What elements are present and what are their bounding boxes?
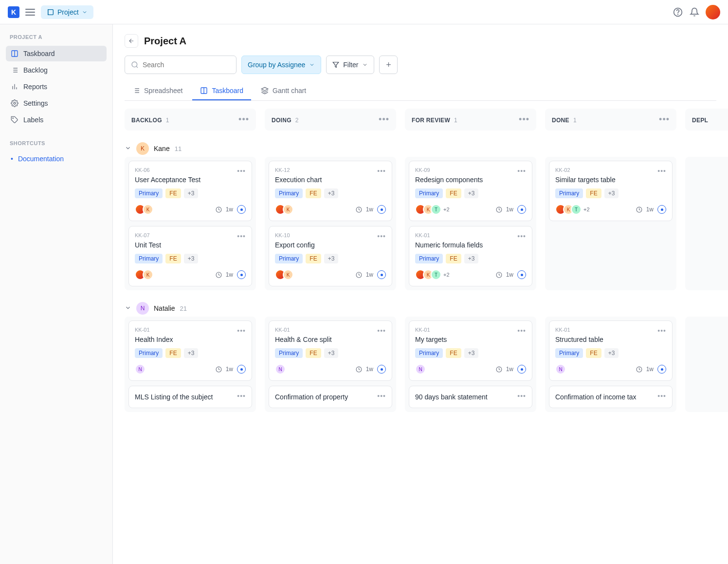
task-card[interactable]: KK-02 Similar targets table ••• PrimaryF… [549, 161, 673, 221]
card-tag[interactable]: +3 [604, 188, 619, 198]
card-status-toggle[interactable] [657, 205, 666, 214]
task-card[interactable]: KK-06 User Acceptance Test ••• PrimaryFE… [128, 161, 252, 221]
avatar[interactable]: K [143, 269, 153, 280]
card-tag[interactable]: Primary [275, 254, 303, 263]
bell-icon[interactable] [689, 7, 700, 18]
card-tag[interactable]: +3 [184, 348, 199, 358]
card-status-toggle[interactable] [517, 205, 526, 214]
column-menu[interactable]: ••• [519, 114, 529, 125]
card-menu[interactable]: ••• [657, 167, 666, 175]
avatar-more[interactable]: +2 [443, 272, 450, 278]
card-tag[interactable]: FE [446, 188, 461, 198]
avatar[interactable]: T [431, 204, 441, 215]
avatar[interactable]: N [555, 364, 566, 375]
back-button[interactable] [125, 34, 138, 48]
card-status-toggle[interactable] [657, 365, 666, 374]
column-menu[interactable]: ••• [379, 114, 389, 125]
search-box[interactable] [125, 56, 237, 74]
card-tag[interactable]: Primary [275, 348, 303, 358]
card-menu[interactable]: ••• [377, 232, 386, 240]
card-status-toggle[interactable] [517, 270, 526, 279]
card-tag[interactable]: Primary [415, 188, 443, 198]
add-button[interactable]: + [379, 56, 398, 74]
avatar-more[interactable]: +2 [583, 207, 590, 212]
card-tag[interactable]: FE [446, 348, 461, 358]
task-card[interactable]: KK-01 Health Index ••• PrimaryFE+3 N 1w [128, 320, 252, 381]
card-tag[interactable]: FE [165, 254, 181, 263]
column-menu[interactable]: ••• [659, 114, 670, 125]
card-status-toggle[interactable] [237, 365, 246, 374]
task-card[interactable]: KK-01 Numeric formula fields ••• Primary… [409, 226, 532, 286]
avatar[interactable]: K [283, 204, 293, 215]
card-menu[interactable]: ••• [517, 232, 526, 240]
card-status-toggle[interactable] [237, 205, 246, 214]
card-tag[interactable]: +3 [604, 348, 619, 358]
task-card[interactable]: KK-09 Redesign components ••• PrimaryFE+… [409, 161, 532, 221]
project-selector[interactable]: Project [41, 5, 93, 19]
logo[interactable]: K [8, 6, 19, 18]
search-input[interactable] [143, 61, 230, 69]
task-card[interactable]: KK-10 Export config ••• PrimaryFE+3 K 1w [269, 226, 392, 286]
task-card[interactable]: Confirmation of income tax••• [549, 386, 673, 408]
sidebar-item-backlog[interactable]: Backlog [6, 62, 107, 78]
card-tag[interactable]: +3 [464, 188, 479, 198]
card-tag[interactable]: +3 [464, 348, 479, 358]
card-tag[interactable]: Primary [415, 254, 443, 263]
card-menu[interactable]: ••• [237, 232, 246, 240]
sidebar-item-reports[interactable]: Reports [6, 79, 107, 94]
tab-spreadsheet[interactable]: Spreadsheet [125, 82, 190, 100]
sidebar-item-settings[interactable]: Settings [6, 95, 107, 111]
card-tag[interactable]: FE [586, 188, 601, 198]
collapse-toggle[interactable] [125, 304, 131, 313]
card-tag[interactable]: Primary [555, 188, 583, 198]
filter-dropdown[interactable]: Filter [326, 56, 374, 74]
sidebar-item-taskboard[interactable]: Taskboard [6, 46, 107, 61]
card-tag[interactable]: Primary [135, 348, 163, 358]
card-menu[interactable]: ••• [237, 167, 246, 175]
task-card[interactable]: KK-12 Execution chart ••• PrimaryFE+3 K … [269, 161, 392, 221]
card-tag[interactable]: FE [165, 188, 181, 198]
card-tag[interactable]: FE [306, 348, 321, 358]
card-menu[interactable]: ••• [237, 327, 246, 335]
card-status-toggle[interactable] [237, 270, 246, 279]
task-card[interactable]: Confirmation of property••• [269, 386, 392, 408]
card-tag[interactable]: +3 [324, 348, 339, 358]
card-tag[interactable]: Primary [415, 348, 443, 358]
card-tag[interactable]: +3 [324, 188, 339, 198]
user-avatar[interactable] [706, 5, 720, 19]
help-icon[interactable] [673, 7, 683, 18]
card-menu[interactable]: ••• [377, 167, 386, 175]
card-menu[interactable]: ••• [657, 327, 666, 335]
card-tag[interactable]: Primary [275, 188, 303, 198]
card-status-toggle[interactable] [377, 365, 386, 374]
card-menu[interactable]: ••• [517, 327, 526, 335]
card-status-toggle[interactable] [517, 365, 526, 374]
card-menu[interactable]: ••• [657, 392, 666, 400]
hamburger-icon[interactable] [25, 9, 35, 16]
task-card[interactable]: 90 days bank statement••• [409, 386, 532, 408]
card-tag[interactable]: +3 [184, 188, 199, 198]
card-tag[interactable]: FE [306, 254, 321, 263]
card-menu[interactable]: ••• [377, 327, 386, 335]
card-tag[interactable]: FE [306, 188, 321, 198]
card-tag[interactable]: +3 [464, 254, 479, 263]
column-menu[interactable]: ••• [238, 114, 249, 125]
group-by-dropdown[interactable]: Group by Assignee [241, 56, 321, 74]
card-tag[interactable]: FE [446, 254, 461, 263]
task-card[interactable]: KK-01 Health & Core split ••• PrimaryFE+… [269, 320, 392, 381]
card-tag[interactable]: Primary [135, 254, 163, 263]
sidebar-item-labels[interactable]: Labels [6, 112, 107, 128]
tab-gantt[interactable]: Gantt chart [253, 82, 314, 100]
avatar[interactable]: K [283, 269, 293, 280]
task-card[interactable]: KK-01 Structured table ••• PrimaryFE+3 N… [549, 320, 673, 381]
avatar[interactable]: N [415, 364, 426, 375]
shortcut-documentation[interactable]: Documentation [6, 152, 107, 166]
avatar[interactable]: N [275, 364, 286, 375]
card-menu[interactable]: ••• [377, 392, 386, 400]
card-status-toggle[interactable] [377, 205, 386, 214]
card-tag[interactable]: Primary [555, 348, 583, 358]
card-menu[interactable]: ••• [517, 392, 526, 400]
card-tag[interactable]: +3 [324, 254, 339, 263]
card-tag[interactable]: FE [165, 348, 181, 358]
card-tag[interactable]: Primary [135, 188, 163, 198]
